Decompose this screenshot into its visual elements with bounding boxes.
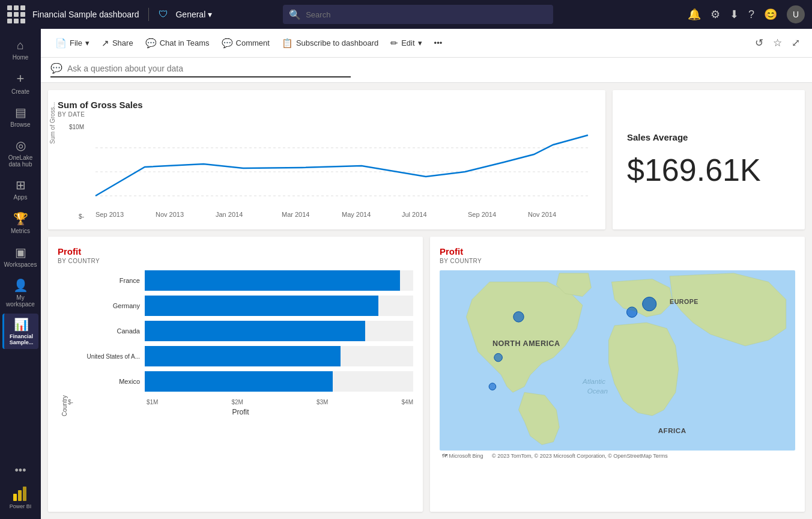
svg-rect-2 [23, 487, 26, 501]
sidebar-item-label: Browse [10, 121, 30, 128]
svg-text:AFRICA: AFRICA [658, 426, 686, 434]
divider [148, 8, 149, 21]
y-min: $- [79, 213, 84, 220]
share-button[interactable]: ↗ Share [97, 35, 138, 51]
myworkspace-icon: 👤 [13, 278, 28, 293]
workspace-selector[interactable]: General ▾ [175, 10, 212, 19]
file-button[interactable]: 📄 File ▾ [50, 35, 94, 51]
teams-icon: 💬 [145, 38, 157, 49]
sidebar-item-workspaces[interactable]: ▣ Workspaces [2, 241, 38, 272]
sidebar-item-apps[interactable]: ⊞ Apps [2, 174, 38, 205]
fullscreen-icon[interactable]: ⤢ [789, 34, 802, 52]
bar-chart-wrapper: Country France Germany [58, 270, 413, 416]
map-attribution: © 2023 TomTom, © 2023 Microsoft Corporat… [492, 453, 668, 459]
sidebar-item-browse[interactable]: ▤ Browse [2, 101, 38, 132]
svg-text:Nov 2013: Nov 2013 [156, 211, 184, 218]
chat-in-teams-button[interactable]: 💬 Chat in Teams [141, 35, 214, 51]
bing-logo: 🗺 Microsoft Bing [440, 452, 486, 460]
search-input[interactable] [306, 10, 547, 19]
x-tick-1: $1M [147, 399, 158, 405]
powerbi-logo-icon [11, 484, 30, 503]
favorite-icon[interactable]: ☆ [771, 34, 784, 52]
more-button[interactable]: ••• [429, 36, 447, 50]
file-chevron: ▾ [85, 38, 89, 47]
svg-text:May 2014: May 2014 [342, 211, 371, 218]
main-content: 📄 File ▾ ↗ Share 💬 Chat in Teams 💬 Comme… [41, 29, 812, 519]
qa-bar: 💬 [41, 58, 812, 83]
download-icon[interactable]: ⬇ [730, 8, 739, 21]
sidebar-item-label: Home [13, 54, 29, 61]
bar-bg-france [145, 270, 413, 291]
search-bar[interactable]: 🔍 [283, 5, 553, 24]
sidebar-item-metrics[interactable]: 🏆 Metrics [2, 207, 38, 238]
bar-fill-france [145, 270, 400, 291]
sales-average-card[interactable]: Sales Average $169.61K [613, 90, 805, 229]
map-container: NORTH AMERICA EUROPE Atlantic Ocean AFRI… [440, 270, 795, 451]
bottom-row: Profit BY COUNTRY Country France [48, 237, 805, 512]
sidebar-item-onelake[interactable]: ◎ OneLakedata hub [2, 135, 38, 171]
avatar[interactable]: U [787, 5, 805, 23]
more-options[interactable]: ••• [10, 460, 31, 482]
sidebar-item-home[interactable]: ⌂ Home [2, 34, 38, 65]
subscribe-button[interactable]: 📋 Subscribe to dashboard [277, 35, 383, 51]
svg-point-24 [489, 383, 496, 390]
profit-title: Profit [58, 246, 413, 256]
sidebar-item-financial[interactable]: 📊 FinancialSample... [2, 314, 38, 349]
x-tick-0: $- [68, 399, 73, 405]
qa-icon: 💬 [50, 62, 62, 74]
profit-subtitle: BY COUNTRY [58, 258, 413, 264]
chat-label: Chat in Teams [160, 38, 210, 47]
financial-icon: 📊 [14, 317, 29, 332]
edit-button[interactable]: ✏ Edit ▾ [386, 35, 426, 51]
help-icon[interactable]: ? [748, 8, 754, 21]
apps-icon: ⊞ [16, 178, 26, 192]
bar-bg-germany [145, 296, 413, 316]
y-max: $10M [69, 124, 84, 130]
feedback-icon[interactable]: 😊 [764, 8, 777, 21]
comment-button[interactable]: 💬 Comment [217, 35, 274, 51]
bar-bg-canada [145, 321, 413, 341]
svg-text:EUROPE: EUROPE [670, 298, 698, 305]
home-icon: ⌂ [17, 38, 24, 52]
edit-label: Edit [401, 38, 414, 47]
svg-text:Nov 2014: Nov 2014 [528, 211, 556, 218]
topbar-actions: 🔔 ⚙ ⬇ ? 😊 U [688, 5, 805, 23]
map-svg: NORTH AMERICA EUROPE Atlantic Ocean AFRI… [440, 270, 795, 451]
search-icon: 🔍 [289, 9, 301, 20]
bar-y-label: Country [58, 270, 68, 416]
bar-label-usa: United States of A... [68, 353, 140, 360]
settings-icon[interactable]: ⚙ [710, 8, 720, 21]
bar-row-canada: Canada [68, 321, 413, 341]
x-axis: $- $1M $2M $3M $4M [68, 396, 413, 405]
sidebar-item-label: Metrics [11, 228, 30, 234]
x-tick-2: $2M [231, 399, 243, 405]
apps-launcher[interactable] [7, 5, 25, 23]
workspaces-icon: ▣ [15, 245, 26, 260]
svg-point-23 [494, 353, 503, 362]
profit-map-card[interactable]: Profit BY COUNTRY [430, 237, 805, 512]
gross-sales-chart-card[interactable]: Sum of Gross Sales BY DATE $10M Sum of G… [48, 90, 605, 229]
x-axis-title: Profit [68, 408, 413, 416]
chart-title: Sum of Gross Sales [58, 100, 596, 110]
refresh-icon[interactable]: ↺ [753, 34, 766, 52]
qa-input-wrap[interactable]: 💬 [50, 62, 351, 77]
notifications-icon[interactable]: 🔔 [688, 8, 701, 21]
sidebar-item-label: FinancialSample... [10, 333, 34, 345]
powerbi-logo-area: Power BI [10, 484, 32, 509]
bar-row-usa: United States of A... [68, 346, 413, 366]
subscribe-icon: 📋 [282, 38, 293, 49]
svg-text:Sep 2014: Sep 2014 [468, 211, 496, 218]
toolbar: 📄 File ▾ ↗ Share 💬 Chat in Teams 💬 Comme… [41, 29, 812, 58]
sidebar-item-myworkspace[interactable]: 👤 Myworkspace [2, 275, 38, 311]
onelake-icon: ◎ [16, 138, 26, 153]
file-label: File [70, 38, 82, 47]
bar-fill-canada [145, 321, 365, 341]
qa-input[interactable] [67, 64, 308, 73]
profit-bar-chart-card[interactable]: Profit BY COUNTRY Country France [48, 237, 423, 512]
bar-fill-usa [145, 346, 341, 366]
create-icon: + [17, 71, 25, 86]
chevron-down-icon: ▾ [208, 10, 212, 19]
sidebar-item-create[interactable]: + Create [2, 67, 38, 99]
map-subtitle: BY COUNTRY [440, 258, 795, 264]
sales-avg-title: Sales Average [627, 132, 790, 142]
